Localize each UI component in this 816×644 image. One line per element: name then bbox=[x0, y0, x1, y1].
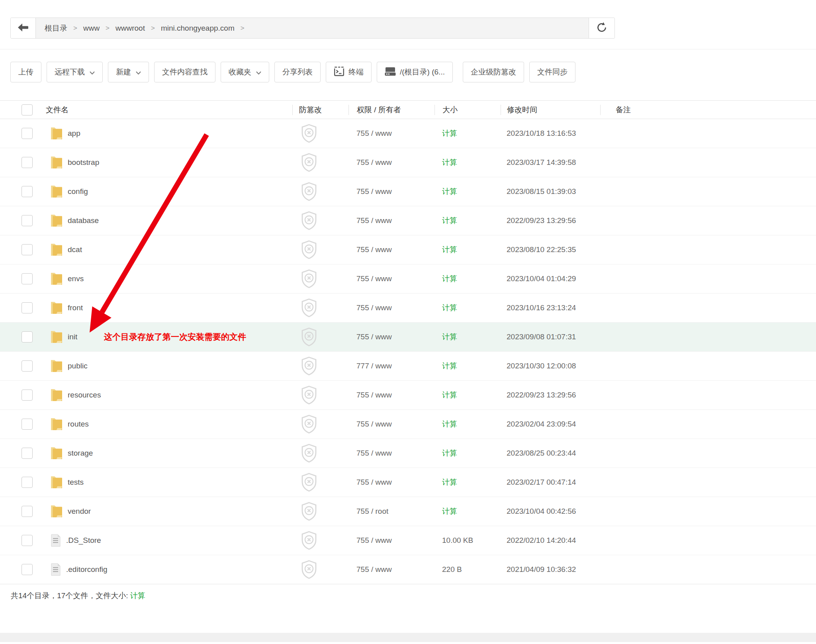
row-permission: 755 / www bbox=[356, 420, 392, 429]
row-checkbox[interactable] bbox=[22, 419, 33, 430]
tamper-shield-x-icon[interactable] bbox=[300, 211, 318, 231]
tamper-shield-x-icon[interactable] bbox=[300, 560, 318, 579]
tamper-shield-x-icon[interactable] bbox=[300, 501, 318, 521]
file-name-link[interactable]: init bbox=[68, 333, 77, 341]
row-checkbox[interactable] bbox=[22, 273, 33, 284]
upload-button[interactable]: 上传 bbox=[10, 62, 41, 82]
row-size[interactable]: 计算 bbox=[442, 245, 457, 255]
file-name-link[interactable]: public bbox=[68, 362, 88, 370]
row-size[interactable]: 计算 bbox=[442, 215, 457, 226]
tamper-shield-x-icon[interactable] bbox=[300, 327, 318, 347]
file-name-link[interactable]: tests bbox=[68, 478, 84, 487]
row-size[interactable]: 计算 bbox=[442, 157, 457, 168]
row-checkbox[interactable] bbox=[22, 215, 33, 226]
new-button[interactable]: 新建 bbox=[108, 62, 149, 82]
tamper-shield-x-icon[interactable] bbox=[300, 298, 318, 318]
folder-icon bbox=[51, 388, 63, 402]
row-checkbox[interactable] bbox=[22, 506, 33, 517]
breadcrumb-separator: > bbox=[106, 24, 110, 32]
breadcrumb-item[interactable]: www bbox=[83, 24, 100, 33]
row-size[interactable]: 计算 bbox=[442, 274, 457, 284]
row-checkbox[interactable] bbox=[22, 331, 33, 343]
row-size[interactable]: 计算 bbox=[442, 419, 457, 429]
tamper-shield-x-icon[interactable] bbox=[300, 472, 318, 492]
row-permission: 755 / www bbox=[356, 478, 392, 487]
terminal-button[interactable]: 终端 bbox=[326, 62, 372, 82]
breadcrumb-item[interactable]: mini.chongyeapp.com bbox=[161, 24, 235, 33]
calc-size-link[interactable]: 计算 bbox=[130, 591, 145, 600]
tamper-proof-button[interactable]: 企业级防篡改 bbox=[463, 62, 524, 82]
row-checkbox[interactable] bbox=[22, 477, 33, 488]
row-checkbox[interactable] bbox=[22, 302, 33, 313]
tamper-shield-x-icon[interactable] bbox=[300, 182, 318, 202]
row-annotation-text: 这个目录存放了第一次安装需要的文件 bbox=[104, 331, 246, 343]
table-row: public 777 / www 计算 2023/10/30 12:00:08 bbox=[0, 352, 816, 381]
favorites-button[interactable]: 收藏夹 bbox=[221, 62, 269, 82]
row-checkbox[interactable] bbox=[22, 390, 33, 401]
back-button[interactable] bbox=[11, 18, 36, 38]
row-checkbox[interactable] bbox=[22, 128, 33, 139]
tamper-shield-x-icon[interactable] bbox=[300, 356, 318, 376]
tamper-shield-x-icon[interactable] bbox=[300, 385, 318, 405]
file-name-link[interactable]: resources bbox=[68, 391, 101, 399]
file-name-link[interactable]: routes bbox=[68, 420, 89, 429]
content-search-button[interactable]: 文件内容查找 bbox=[154, 62, 215, 82]
file-icon bbox=[51, 563, 61, 576]
table-row: app 755 / www 计算 2023/10/18 13:16:53 bbox=[0, 119, 816, 148]
row-size[interactable]: 计算 bbox=[442, 390, 457, 400]
row-size[interactable]: 计算 bbox=[442, 361, 457, 371]
row-mtime: 2023/08/10 22:25:35 bbox=[507, 245, 576, 254]
folder-icon bbox=[51, 330, 63, 344]
breadcrumb-item[interactable]: 根目录 bbox=[45, 23, 67, 33]
tamper-shield-x-icon[interactable] bbox=[300, 240, 318, 260]
folder-icon bbox=[51, 417, 63, 431]
row-mtime: 2023/10/04 00:42:56 bbox=[507, 507, 576, 516]
row-mtime: 2023/08/25 00:23:44 bbox=[507, 449, 576, 458]
file-name-link[interactable]: storage bbox=[68, 449, 93, 458]
tamper-shield-x-icon[interactable] bbox=[300, 123, 318, 143]
row-mtime: 2023/03/17 14:39:58 bbox=[507, 158, 576, 167]
file-name-link[interactable]: vendor bbox=[68, 507, 91, 516]
tamper-shield-x-icon[interactable] bbox=[300, 530, 318, 550]
tamper-shield-x-icon[interactable] bbox=[300, 443, 318, 463]
tamper-shield-x-icon[interactable] bbox=[300, 269, 318, 289]
row-size[interactable]: 计算 bbox=[442, 477, 457, 487]
row-size[interactable]: 计算 bbox=[442, 128, 457, 139]
tamper-shield-x-icon[interactable] bbox=[300, 153, 318, 172]
table-row: config 755 / www 计算 2023/08/15 01:39:03 bbox=[0, 177, 816, 206]
refresh-button[interactable] bbox=[589, 18, 614, 38]
tamper-shield-x-icon[interactable] bbox=[300, 414, 318, 434]
share-list-button[interactable]: 分享列表 bbox=[274, 62, 321, 82]
file-name-link[interactable]: front bbox=[68, 303, 83, 312]
folder-icon bbox=[51, 476, 63, 489]
row-checkbox[interactable] bbox=[22, 564, 33, 575]
row-checkbox[interactable] bbox=[22, 186, 33, 197]
file-name-link[interactable]: envs bbox=[68, 274, 84, 283]
row-mtime: 2022/09/23 13:29:56 bbox=[507, 391, 576, 399]
row-checkbox[interactable] bbox=[22, 244, 33, 255]
file-name-link[interactable]: bootstrap bbox=[68, 158, 99, 167]
breadcrumb-separator: > bbox=[151, 24, 155, 32]
file-name-link[interactable]: database bbox=[68, 216, 99, 225]
row-checkbox[interactable] bbox=[22, 535, 33, 546]
row-checkbox[interactable] bbox=[22, 157, 33, 168]
file-name-link[interactable]: .DS_Store bbox=[66, 536, 101, 545]
disk-root-button[interactable]: /(根目录) (6... bbox=[377, 62, 453, 82]
file-name-link[interactable]: app bbox=[68, 129, 80, 138]
remote-download-button[interactable]: 远程下载 bbox=[47, 62, 103, 82]
file-sync-button[interactable]: 文件同步 bbox=[529, 62, 575, 82]
file-name-link[interactable]: .editorconfig bbox=[66, 565, 108, 574]
chevron-down-icon bbox=[256, 68, 261, 76]
row-permission: 755 / www bbox=[356, 536, 392, 545]
row-size[interactable]: 计算 bbox=[442, 506, 457, 517]
file-name-link[interactable]: dcat bbox=[68, 245, 82, 254]
row-checkbox[interactable] bbox=[22, 360, 33, 372]
file-name-link[interactable]: config bbox=[68, 187, 88, 196]
row-size[interactable]: 计算 bbox=[442, 448, 457, 458]
row-size[interactable]: 计算 bbox=[442, 332, 457, 342]
row-size[interactable]: 计算 bbox=[442, 186, 457, 197]
breadcrumb-item[interactable]: wwwroot bbox=[115, 24, 145, 33]
row-size[interactable]: 计算 bbox=[442, 303, 457, 313]
row-checkbox[interactable] bbox=[22, 448, 33, 459]
select-all-checkbox[interactable] bbox=[22, 104, 33, 115]
